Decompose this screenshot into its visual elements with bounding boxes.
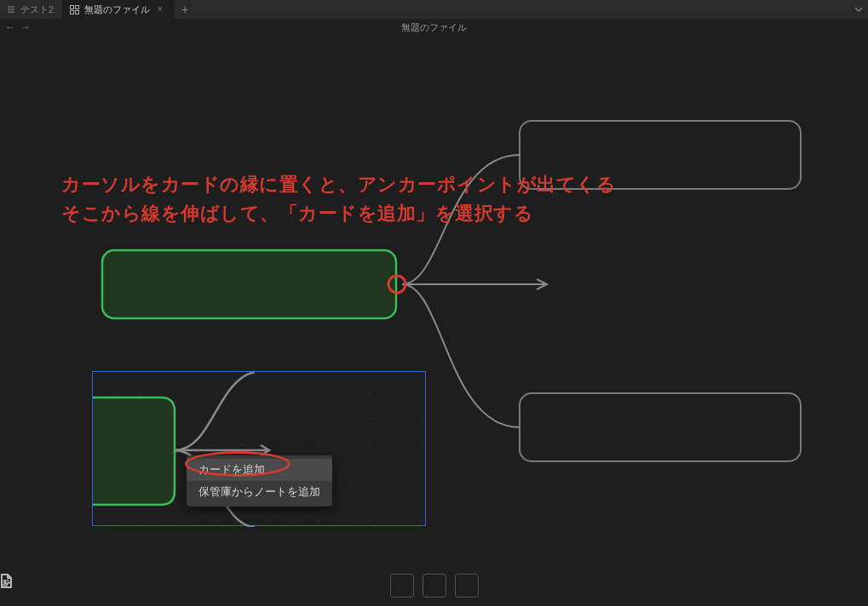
menu-item-label: 保管庫からノートを追加 — [198, 485, 320, 498]
canvas-icon — [70, 5, 79, 14]
tab-label: 無題のファイル — [84, 3, 150, 16]
tab-bar: テスト2 無題のファイル × + — [0, 0, 868, 19]
inset-panel: カードを追加 保管庫からノートを追加 — [92, 371, 426, 526]
menu-item-add-card[interactable]: カードを追加 — [187, 459, 332, 481]
new-file-button[interactable] — [390, 574, 414, 597]
annotation-line1: カーソルをカードの縁に置くと、アンカーポイントが出てくる — [61, 170, 616, 199]
new-tab-button[interactable]: + — [174, 0, 196, 19]
media-file-button[interactable] — [455, 574, 479, 597]
svg-rect-6 — [76, 10, 79, 14]
close-icon[interactable]: × — [155, 3, 164, 15]
svg-rect-5 — [71, 10, 74, 14]
title-row: ← → 無題のファイル — [0, 19, 868, 36]
svg-point-10 — [3, 580, 5, 582]
tab-untitled[interactable]: 無題のファイル × — [63, 0, 174, 19]
svg-rect-3 — [71, 5, 74, 9]
list-icon — [7, 5, 15, 14]
tab-test2[interactable]: テスト2 — [0, 0, 63, 19]
nav-back-button[interactable]: ← — [5, 21, 15, 33]
document-title: 無題のファイル — [0, 21, 868, 34]
canvas-action-bar — [0, 574, 868, 597]
inset-card-green[interactable] — [93, 397, 175, 505]
card-grey-bottom[interactable] — [520, 393, 801, 461]
context-menu: カードを追加 保管庫からノートを追加 — [187, 455, 332, 506]
menu-item-add-note-from-vault[interactable]: 保管庫からノートを追加 — [187, 481, 332, 503]
tab-label: テスト2 — [20, 3, 54, 16]
nav-forward-button[interactable]: → — [20, 21, 31, 33]
note-file-button[interactable] — [423, 574, 446, 597]
tab-overflow-button[interactable] — [849, 0, 868, 19]
card-green-main[interactable] — [102, 250, 396, 318]
menu-item-label: カードを追加 — [198, 463, 265, 476]
annotation-line2: そこから線を伸ばして、「カードを追加」を選択する — [61, 199, 616, 228]
annotation-text: カーソルをカードの縁に置くと、アンカーポイントが出てくる そこから線を伸ばして、… — [61, 170, 616, 228]
canvas-area[interactable]: カーソルをカードの縁に置くと、アンカーポイントが出てくる そこから線を伸ばして、… — [0, 36, 868, 606]
svg-rect-4 — [76, 5, 79, 9]
inset-connector-up — [175, 372, 255, 450]
